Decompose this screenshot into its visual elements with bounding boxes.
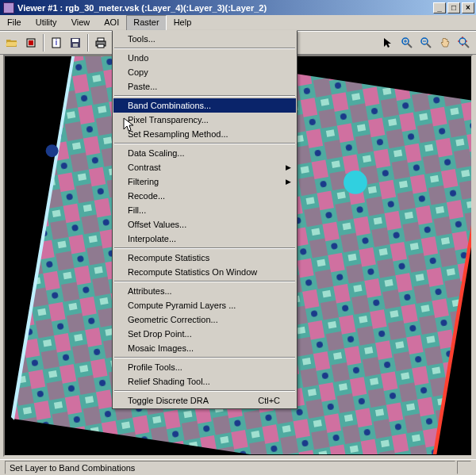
menu-item-undo[interactable]: Undo bbox=[113, 51, 296, 65]
submenu-arrow-icon: ▶ bbox=[286, 178, 291, 186]
titlebar: Viewer #1 : rgb_30_meter.vsk (:Layer_4)(… bbox=[0, 0, 476, 15]
menu-item-label: Interpolate... bbox=[128, 234, 176, 243]
pan-button[interactable] bbox=[436, 34, 454, 52]
zoom-in-button[interactable] bbox=[398, 34, 416, 52]
menu-item-recode[interactable]: Recode... bbox=[113, 189, 296, 203]
menu-item-label: Tools... bbox=[128, 34, 155, 44]
menu-separator bbox=[114, 390, 295, 392]
layer-icon bbox=[25, 36, 37, 49]
svg-point-32 bbox=[344, 170, 367, 194]
svg-rect-5 bbox=[72, 39, 79, 42]
open-file-button[interactable] bbox=[3, 34, 21, 52]
menu-aoi[interactable]: AOI bbox=[97, 15, 126, 30]
menu-separator bbox=[114, 281, 295, 282]
menu-item-paste[interactable]: Paste... bbox=[113, 79, 296, 94]
svg-rect-6 bbox=[73, 44, 78, 47]
menu-view[interactable]: View bbox=[64, 15, 98, 30]
raster-dropdown: Tools...UndoCopyPaste...Band Combination… bbox=[112, 30, 298, 409]
menu-item-label: Compute Pyramid Layers ... bbox=[128, 301, 236, 310]
menu-item-attributes[interactable]: Attributes... bbox=[113, 284, 296, 298]
menu-item-label: Mosaic Images... bbox=[128, 343, 194, 353]
menu-item-data-scaling[interactable]: Data Scaling... bbox=[113, 146, 296, 160]
menu-item-label: Pixel Transparency... bbox=[128, 115, 209, 124]
menu-item-label: Contrast bbox=[128, 163, 161, 172]
menu-item-label: Band Combinations... bbox=[128, 101, 211, 110]
menu-item-label: Profile Tools... bbox=[128, 362, 182, 372]
menu-item-label: Recompute Statistics bbox=[128, 253, 209, 262]
menu-item-offset-values[interactable]: Offset Values... bbox=[113, 217, 296, 232]
menu-file[interactable]: File bbox=[0, 15, 29, 30]
zoom-out-icon bbox=[420, 36, 432, 49]
menu-shortcut: Ctl+C bbox=[258, 396, 280, 405]
menu-item-label: Set Drop Point... bbox=[128, 329, 192, 339]
menu-item-copy[interactable]: Copy bbox=[113, 65, 296, 79]
menu-item-set-resampling-method[interactable]: Set Resampling Method... bbox=[113, 127, 296, 141]
menu-separator bbox=[114, 143, 295, 144]
menu-item-label: Fill... bbox=[128, 205, 146, 215]
menu-help[interactable]: Help bbox=[167, 15, 199, 30]
window-title: Viewer #1 : rgb_30_meter.vsk (:Layer_4)(… bbox=[17, 3, 433, 13]
window-buttons: _ □ × bbox=[433, 2, 474, 13]
zoom-out-button[interactable] bbox=[417, 34, 435, 52]
disk-icon bbox=[69, 36, 82, 49]
menu-item-interpolate[interactable]: Interpolate... bbox=[113, 232, 296, 246]
menu-utility[interactable]: Utility bbox=[29, 15, 64, 30]
menu-separator bbox=[114, 357, 295, 358]
menu-item-fill[interactable]: Fill... bbox=[113, 203, 296, 217]
svg-rect-7 bbox=[98, 38, 104, 41]
status-slot bbox=[457, 461, 471, 474]
pointer-icon bbox=[382, 36, 394, 49]
menu-item-contrast[interactable]: Contrast▶ bbox=[113, 160, 296, 174]
menu-item-label: Recode... bbox=[128, 191, 165, 201]
menu-item-label: Offset Values... bbox=[128, 220, 186, 229]
menu-item-toggle-discrete-dra[interactable]: Toggle Discrete DRACtl+C bbox=[113, 393, 296, 408]
roam-icon bbox=[458, 36, 470, 49]
menu-item-recompute-statistics[interactable]: Recompute Statistics bbox=[113, 251, 296, 265]
save-button[interactable] bbox=[67, 34, 84, 52]
roam-button[interactable] bbox=[455, 34, 473, 52]
menu-item-label: Recompute Statistics On Window bbox=[128, 267, 257, 277]
svg-line-15 bbox=[427, 44, 431, 48]
svg-rect-1 bbox=[29, 40, 33, 45]
menu-item-tools[interactable]: Tools... bbox=[113, 32, 296, 46]
close-layer-button[interactable] bbox=[22, 34, 40, 52]
menu-item-band-combinations[interactable]: Band Combinations... bbox=[113, 98, 296, 113]
info-icon: i bbox=[50, 36, 63, 49]
menu-item-profile-tools[interactable]: Profile Tools... bbox=[113, 360, 296, 374]
info-button[interactable]: i bbox=[48, 34, 65, 52]
separator bbox=[87, 34, 89, 52]
svg-rect-9 bbox=[98, 44, 104, 48]
minimize-button[interactable]: _ bbox=[433, 2, 446, 13]
menu-item-label: Filtering bbox=[128, 177, 159, 186]
menu-item-recompute-statistics-on-window[interactable]: Recompute Statistics On Window bbox=[113, 265, 296, 279]
zoom-in-icon bbox=[401, 36, 413, 49]
open-icon bbox=[6, 36, 18, 49]
menu-item-geometric-correction[interactable]: Geometric Correction... bbox=[113, 312, 296, 327]
menu-item-label: Toggle Discrete DRA bbox=[128, 396, 209, 405]
close-button[interactable]: × bbox=[462, 2, 474, 13]
maximize-button[interactable]: □ bbox=[447, 2, 460, 13]
status-text: Set Layer to Band Combinations bbox=[5, 461, 455, 474]
menu-separator bbox=[114, 95, 295, 97]
menu-item-mosaic-images[interactable]: Mosaic Images... bbox=[113, 341, 296, 355]
submenu-arrow-icon: ▶ bbox=[286, 163, 291, 171]
menu-raster[interactable]: Raster bbox=[126, 15, 166, 30]
menu-item-label: Attributes... bbox=[128, 286, 172, 296]
menu-item-compute-pyramid-layers[interactable]: Compute Pyramid Layers ... bbox=[113, 298, 296, 312]
svg-point-33 bbox=[46, 144, 59, 157]
svg-text:i: i bbox=[56, 37, 57, 47]
pointer-tool-button[interactable] bbox=[379, 34, 397, 52]
menu-separator bbox=[114, 247, 295, 249]
print-button[interactable] bbox=[92, 34, 109, 52]
menu-item-label: Paste... bbox=[128, 82, 157, 91]
statusbar: Set Layer to Band Combinations bbox=[0, 459, 476, 475]
menu-separator bbox=[114, 48, 295, 49]
menu-item-pixel-transparency[interactable]: Pixel Transparency... bbox=[113, 113, 296, 127]
print-icon bbox=[94, 36, 107, 49]
menu-item-relief-shading-tool[interactable]: Relief Shading Tool... bbox=[113, 374, 296, 389]
svg-line-11 bbox=[408, 44, 412, 48]
menu-item-label: Geometric Correction... bbox=[128, 315, 218, 324]
menu-item-set-drop-point[interactable]: Set Drop Point... bbox=[113, 327, 296, 341]
app-icon bbox=[3, 2, 14, 13]
menu-item-filtering[interactable]: Filtering▶ bbox=[113, 174, 296, 189]
